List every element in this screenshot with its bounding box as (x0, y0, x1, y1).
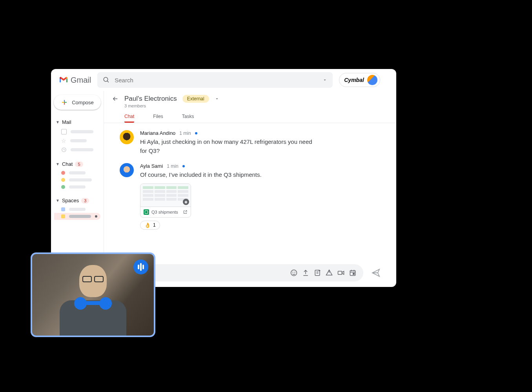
emoji-icon[interactable] (290, 269, 298, 277)
avatar (367, 75, 377, 85)
message-time: 1 min (167, 163, 178, 169)
avatar[interactable] (120, 130, 134, 144)
reaction-emoji: 👌 (144, 222, 151, 228)
external-badge: External (182, 95, 209, 103)
nav-item-chat[interactable] (54, 183, 100, 191)
speaking-indicator-icon (133, 260, 148, 274)
avatar[interactable] (120, 163, 134, 177)
compose-button[interactable]: Compose (54, 95, 101, 110)
message-text: Hi Ayla, just checking in on how many 42… (140, 138, 313, 155)
author-name: Mariana Andino (140, 130, 175, 136)
drive-badge-icon: ◉ (183, 199, 189, 205)
presence-dot (61, 171, 65, 175)
nav-placeholder (69, 171, 86, 174)
search-icon (103, 76, 110, 83)
nav-placeholder (71, 130, 93, 133)
nav-item-space[interactable] (54, 206, 100, 213)
chevron-down-icon: ▼ (56, 162, 60, 166)
svg-line-1 (107, 81, 109, 82)
nav-badge: 5 (75, 162, 83, 167)
space-icon (61, 207, 65, 211)
svg-point-5 (295, 272, 295, 272)
gmail-logo[interactable]: Gmail (59, 75, 91, 85)
nav-item-starred[interactable]: ☆ (54, 136, 100, 145)
message: Mariana Andino 1 min Hi Ayla, just check… (120, 130, 381, 155)
author-name: Ayla Sami (140, 163, 163, 169)
back-button[interactable] (112, 95, 119, 102)
star-icon: ☆ (61, 138, 66, 144)
video-call-tile[interactable] (31, 252, 155, 337)
space-header: Paul's Electronics External 3 members Ch… (104, 91, 396, 123)
message-composer[interactable] (120, 264, 363, 281)
nav-label: Mail (62, 119, 71, 125)
unread-dot (95, 215, 97, 218)
nav-header-chat[interactable]: ▼ Chat 5 (54, 159, 100, 169)
presence-dot (61, 178, 65, 182)
nav-label: Spaces (62, 198, 79, 203)
popout-icon[interactable] (183, 210, 188, 214)
message-time: 1 min (179, 131, 191, 136)
nav-badge: 3 (81, 198, 89, 203)
tab-chat[interactable]: Chat (124, 111, 134, 123)
svg-point-0 (104, 77, 108, 82)
svg-point-3 (291, 270, 297, 276)
svg-rect-7 (338, 271, 342, 274)
nav-placeholder (69, 178, 92, 181)
nav-placeholder (70, 139, 87, 142)
drive-icon[interactable] (325, 269, 333, 277)
attachment-name: Q3 shipments (151, 210, 180, 214)
reaction-count: 1 (153, 222, 156, 228)
space-menu-icon[interactable] (215, 96, 219, 101)
space-tabs: Chat Files Tasks (124, 111, 388, 123)
chevron-down-icon: ▼ (56, 198, 60, 203)
nav-section-spaces: ▼ Spaces 3 (54, 195, 100, 220)
nav-placeholder (71, 148, 93, 151)
svg-point-4 (293, 272, 293, 272)
message-list: Mariana Andino 1 min Hi Ayla, just check… (104, 123, 396, 261)
nav-label: Chat (62, 161, 73, 167)
video-participant (58, 261, 128, 336)
nav-header-spaces[interactable]: ▼ Spaces 3 (54, 195, 100, 206)
chevron-down-icon: ▼ (56, 120, 60, 124)
search-bar[interactable] (97, 72, 333, 88)
message-text: Of course, I've included it in the Q3 sh… (140, 171, 313, 180)
search-options-icon[interactable] (322, 78, 327, 82)
nav-header-mail[interactable]: ▼ Mail (54, 117, 100, 127)
tab-files[interactable]: Files (153, 111, 163, 123)
members-count[interactable]: 3 members (124, 103, 388, 108)
tab-tasks[interactable]: Tasks (182, 111, 194, 123)
docs-icon[interactable] (313, 269, 322, 277)
nav-placeholder (69, 215, 91, 218)
upload-icon[interactable] (301, 269, 310, 277)
nav-item-chat[interactable] (54, 176, 100, 183)
compose-label: Compose (72, 100, 94, 105)
app-header: Gmail Cymbal (51, 69, 396, 91)
attachment-preview: ◉ (140, 184, 191, 207)
account-chip[interactable]: Cymbal (339, 73, 380, 87)
unread-indicator (195, 132, 197, 134)
nav-placeholder (69, 185, 86, 189)
nav-item-snoozed[interactable] (54, 145, 100, 154)
nav-item-space-active[interactable] (54, 213, 100, 220)
search-input[interactable] (115, 77, 318, 83)
video-icon[interactable] (337, 269, 345, 277)
send-button[interactable] (371, 268, 381, 278)
gmail-icon (59, 75, 68, 85)
org-name: Cymbal (344, 77, 364, 83)
reaction-chip[interactable]: 👌 1 (140, 221, 160, 230)
clock-icon (61, 147, 67, 152)
unread-indicator (182, 165, 185, 167)
message: Ayla Sami 1 min Of course, I've included… (120, 163, 381, 230)
nav-placeholder (69, 208, 86, 211)
nav-section-chat: ▼ Chat 5 (54, 159, 100, 191)
nav-item-inbox[interactable] (54, 127, 100, 136)
nav-item-chat[interactable] (54, 169, 100, 176)
attachment-card[interactable]: ◉ Q3 shipments (140, 183, 191, 218)
inbox-icon (61, 129, 67, 134)
space-icon (61, 214, 65, 218)
presence-dot (61, 185, 65, 189)
space-title: Paul's Electronics (124, 95, 177, 103)
calendar-icon[interactable] (348, 269, 357, 277)
svg-rect-9 (353, 273, 354, 274)
app-name: Gmail (71, 76, 91, 85)
